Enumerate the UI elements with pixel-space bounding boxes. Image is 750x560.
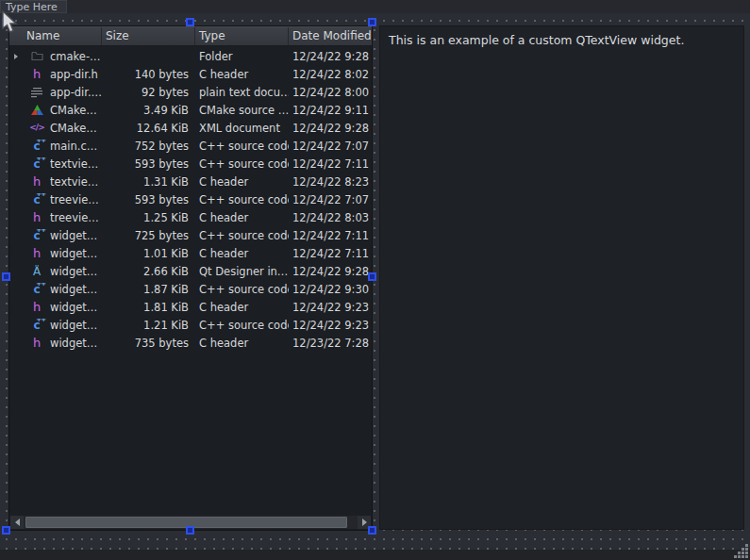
tree-row[interactable]: hwidget…735 bytesC header12/23/22 7:28 . — [9, 334, 372, 352]
file-size: 1.87 KiB — [102, 283, 195, 296]
tree-row[interactable]: cmake-…Folder12/24/22 9:28 . — [9, 47, 372, 65]
selection-handle-bottom-left[interactable] — [2, 526, 10, 535]
selection-handle-bottom-right[interactable] — [368, 526, 376, 535]
file-date-modified: 12/24/22 9:23 . — [289, 319, 372, 332]
file-size: 1.81 KiB — [102, 301, 195, 314]
expand-arrow-icon[interactable] — [14, 54, 23, 59]
file-size: 1.25 KiB — [102, 211, 195, 224]
cmake-icon — [30, 104, 43, 117]
file-name: widget… — [50, 229, 97, 242]
file-date-modified: 12/24/22 8:02 . — [289, 68, 372, 81]
file-size: 3.49 KiB — [102, 104, 195, 117]
cell-name: happ-dir.h — [9, 68, 102, 81]
file-size: 593 bytes — [102, 157, 195, 171]
file-name: widget… — [50, 265, 97, 278]
file-date-modified: 12/24/22 7:07 . — [289, 193, 372, 206]
tree-row[interactable]: htreevie…1.25 KiBC header12/24/22 8:03 . — [9, 208, 372, 226]
cpp-source-icon: c++ — [30, 140, 43, 153]
file-name: cmake-… — [50, 50, 101, 63]
qt-designer-form: Type Here NameSizeTypeDate Modified cmak… — [0, 0, 750, 560]
selection-handle-top-middle[interactable] — [186, 18, 194, 26]
cpp-source-icon: c++ — [30, 319, 43, 332]
file-type: Qt Designer in… — [195, 265, 289, 278]
file-tree-widget[interactable]: NameSizeTypeDate Modified cmake-…Folder1… — [8, 25, 373, 531]
column-header-date-modified[interactable]: Date Modified — [289, 27, 372, 45]
file-type: C header — [195, 68, 289, 81]
tree-row[interactable]: c++main.c…752 bytesC++ source code12/24/… — [9, 137, 372, 155]
file-name: widget… — [50, 337, 97, 350]
file-type: C++ source code — [195, 319, 289, 332]
file-name: widget… — [50, 283, 97, 296]
cell-name: hwidget… — [9, 301, 102, 314]
file-date-modified: 12/24/22 9:30 . — [289, 283, 372, 296]
selection-handle-bottom-middle[interactable] — [186, 526, 194, 535]
file-type: C++ source code — [195, 229, 289, 242]
qtextview-widget[interactable]: This is an example of a custom QTextView… — [379, 25, 744, 530]
tree-row[interactable]: c++widget…1.21 KiBC++ source code12/24/2… — [9, 316, 372, 334]
file-type: C header — [195, 337, 289, 350]
window-bottom-strip — [0, 550, 750, 560]
cell-name: c++main.c… — [9, 140, 102, 153]
file-date-modified: 12/24/22 7:11 . — [289, 247, 372, 260]
plus-plus-badge: ++ — [36, 193, 45, 198]
cell-name: </>CMake… — [9, 122, 102, 135]
c-header-icon: h — [30, 337, 43, 350]
file-type: C header — [195, 211, 289, 224]
file-name: treevie… — [50, 193, 99, 206]
file-size: 1.21 KiB — [102, 319, 195, 332]
tree-row[interactable]: Åwidget…2.66 KiBQt Designer in…12/24/22 … — [9, 262, 372, 280]
cell-name: c++widget… — [9, 229, 102, 242]
column-header-type[interactable]: Type — [195, 27, 289, 45]
file-name: main.c… — [50, 140, 97, 153]
c-header-icon: h — [30, 175, 43, 189]
file-date-modified: 12/24/22 9:23 . — [289, 301, 372, 314]
tree-row[interactable]: app-dir.…92 bytesplain text docu…12/24/2… — [9, 83, 372, 101]
file-type: Folder — [195, 50, 289, 63]
tree-row[interactable]: htextvie…1.31 KiBC header12/24/22 8:23 . — [9, 173, 372, 190]
size-grip-icon[interactable] — [733, 543, 749, 559]
file-date-modified: 12/24/22 8:03 . — [289, 211, 372, 224]
plus-plus-badge: ++ — [36, 140, 45, 144]
tree-row[interactable]: happ-dir.h140 bytesC header12/24/22 8:02… — [9, 65, 372, 83]
column-header-size[interactable]: Size — [102, 27, 195, 45]
tree-row[interactable]: CMake…3.49 KiBCMake source …12/24/22 9:1… — [9, 101, 372, 119]
column-header-name[interactable]: Name — [9, 27, 102, 45]
cell-name: cmake-… — [9, 50, 102, 63]
plus-plus-badge: ++ — [36, 157, 45, 162]
file-size: 1.01 KiB — [102, 247, 195, 260]
text-file-icon — [30, 86, 43, 99]
selection-handle-middle-right[interactable] — [368, 272, 376, 281]
qt-ui-icon: Å — [30, 265, 43, 278]
cell-name: c++treevie… — [9, 193, 102, 206]
tree-header: NameSizeTypeDate Modified — [9, 26, 372, 46]
cell-name: CMake… — [9, 104, 102, 117]
selection-handle-top-right[interactable] — [368, 18, 376, 26]
file-type: C++ source code — [195, 193, 289, 206]
tree-row[interactable]: c++treevie…593 bytesC++ source code12/24… — [9, 190, 372, 208]
tree-row[interactable]: c++widget…725 bytesC++ source code12/24/… — [9, 226, 372, 244]
file-size: 140 bytes — [102, 68, 195, 81]
file-name: widget… — [50, 247, 97, 260]
file-type: C header — [195, 301, 289, 314]
file-size: 92 bytes — [102, 86, 195, 99]
scroll-left-button[interactable] — [10, 516, 24, 529]
cell-name: htextvie… — [9, 175, 102, 189]
tree-row[interactable]: hwidget…1.81 KiBC header12/24/22 9:23 . — [9, 298, 372, 316]
cpp-source-icon: c++ — [30, 229, 43, 242]
selection-handle-middle-left[interactable] — [2, 272, 10, 281]
tree-row[interactable]: </>CMake…12.64 KiBXML document12/24/22 9… — [9, 119, 372, 137]
mouse-cursor-icon — [2, 10, 19, 35]
triangle-right-icon — [14, 54, 18, 59]
file-date-modified: 12/24/22 8:23 . — [289, 175, 372, 189]
tree-row[interactable]: hwidget…1.01 KiBC header12/24/22 7:11 . — [9, 244, 372, 262]
cell-name: c++textvie… — [9, 157, 102, 171]
cell-name: c++widget… — [9, 283, 102, 296]
cpp-source-icon: c++ — [30, 283, 43, 296]
tree-row[interactable]: c++textvie…593 bytesC++ source code12/24… — [9, 155, 372, 173]
file-size: 1.31 KiB — [102, 175, 195, 189]
file-date-modified: 12/24/22 9:28 . — [289, 265, 372, 278]
tree-row[interactable]: c++widget…1.87 KiBC++ source code12/24/2… — [9, 280, 372, 298]
file-date-modified: 12/24/22 9:11 . — [289, 104, 372, 117]
file-date-modified: 12/24/22 9:28 . — [289, 50, 372, 63]
file-type: C++ source code — [195, 157, 289, 171]
